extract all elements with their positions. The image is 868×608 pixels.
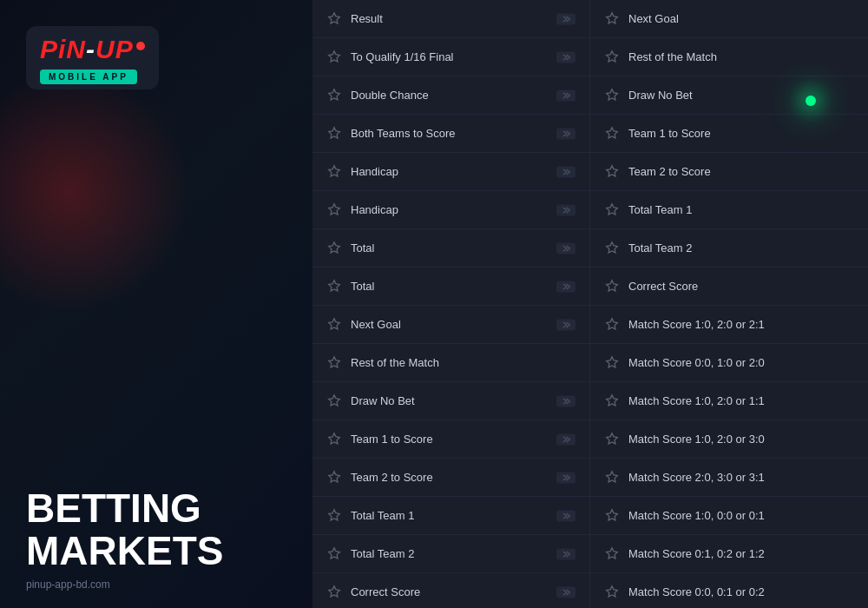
market-label: Total	[351, 241, 549, 254]
star-icon	[326, 355, 342, 371]
star-icon	[604, 241, 620, 256]
right-market-row[interactable]: Draw No Bet	[590, 76, 868, 115]
right-market-row[interactable]: Match Score 1:0, 0:0 or 0:1	[590, 497, 868, 535]
market-label: Next Goal	[628, 12, 854, 25]
market-label: Match Score 1:0, 2:0 or 3:0	[628, 433, 854, 446]
right-market-row[interactable]: Match Score 2:0, 3:0 or 3:1	[590, 459, 868, 497]
arrow-icon	[556, 165, 575, 179]
arrow-icon	[556, 280, 575, 294]
market-label: Handicap	[351, 203, 549, 216]
star-icon	[326, 585, 342, 600]
mobile-app-badge: MOBILE APP	[40, 69, 137, 84]
star-icon	[326, 88, 342, 103]
market-label: Handicap	[351, 165, 549, 178]
arrow-icon	[556, 433, 575, 446]
middle-market-row[interactable]: Team 1 to Score	[312, 420, 589, 459]
middle-market-row[interactable]: Total	[312, 268, 589, 306]
right-market-row[interactable]: Match Score 1:0, 2:0 or 3:0	[590, 420, 868, 459]
middle-market-row[interactable]: Total Team 1	[312, 497, 589, 535]
middle-market-row[interactable]: Result	[312, 0, 589, 38]
star-icon	[604, 279, 620, 294]
star-icon	[326, 432, 342, 447]
star-icon	[326, 470, 342, 486]
star-icon	[604, 508, 620, 524]
middle-market-row[interactable]: Both Teams to Score	[312, 115, 589, 153]
right-market-row[interactable]: Team 2 to Score	[590, 153, 868, 191]
middle-market-row[interactable]: To Qualify 1/16 Final	[312, 38, 589, 76]
market-label: Rest of the Match	[351, 356, 575, 369]
right-market-row[interactable]: Match Score 0:0, 1:0 or 2:0	[590, 344, 868, 382]
market-label: Team 2 to Score	[351, 471, 549, 484]
middle-market-row[interactable]: Rest of the Match	[312, 344, 589, 382]
star-icon	[326, 50, 342, 65]
star-icon	[326, 164, 342, 180]
market-label: Team 2 to Score	[628, 165, 854, 178]
logo-dot-icon	[136, 42, 145, 50]
star-icon	[604, 50, 620, 65]
betting-markets-section: BETTING MARKETS pinup-app-bd.com	[26, 487, 286, 591]
middle-market-row[interactable]: Double Chance	[312, 76, 589, 115]
right-market-row[interactable]: Total Team 2	[590, 229, 868, 268]
star-icon	[604, 432, 620, 447]
middle-market-row[interactable]: Handicap	[312, 153, 589, 191]
arrow-icon	[556, 509, 575, 523]
market-label: Total Team 2	[351, 547, 549, 560]
arrow-icon	[556, 394, 575, 408]
star-icon	[326, 279, 342, 294]
market-label: Total	[351, 280, 549, 293]
website-url: pinup-app-bd.com	[26, 578, 286, 591]
right-market-row[interactable]: Match Score 0:0, 0:1 or 0:2	[590, 573, 868, 608]
market-label: Match Score 0:0, 0:1 or 0:2	[628, 585, 854, 598]
market-label: Result	[351, 12, 549, 25]
market-label: Total Team 2	[628, 241, 854, 254]
middle-market-row[interactable]: Correct Score	[312, 573, 589, 608]
main-content: Result To Qualify 1/16 Final Double Chan…	[312, 0, 868, 608]
star-icon	[326, 393, 342, 409]
market-label: Correct Score	[351, 585, 549, 598]
sidebar: PiN-UP MOBILE APP BETTING MARKETS pinup-…	[0, 0, 312, 608]
market-label: Match Score 1:0, 2:0 or 1:1	[628, 394, 854, 407]
middle-market-row[interactable]: Next Goal	[312, 306, 589, 344]
market-label: Team 1 to Score	[628, 127, 854, 140]
star-icon	[604, 470, 620, 486]
middle-market-row[interactable]: Handicap	[312, 191, 589, 229]
star-icon	[604, 126, 620, 142]
right-market-row[interactable]: Next Goal	[590, 0, 868, 38]
market-label: Draw No Bet	[628, 89, 854, 102]
market-label: Double Chance	[351, 89, 549, 102]
market-label: Total Team 1	[628, 203, 854, 216]
logo-container: PiN-UP MOBILE APP	[26, 26, 286, 89]
middle-column: Result To Qualify 1/16 Final Double Chan…	[312, 0, 590, 608]
middle-market-row[interactable]: Team 2 to Score	[312, 459, 589, 497]
middle-market-row[interactable]: Total	[312, 229, 589, 268]
star-icon	[326, 126, 342, 142]
market-label: Correct Score	[628, 280, 854, 293]
arrow-icon	[556, 241, 575, 255]
middle-market-row[interactable]: Total Team 2	[312, 535, 589, 573]
arrow-icon	[556, 318, 575, 332]
star-icon	[326, 202, 342, 218]
right-market-row[interactable]: Match Score 1:0, 2:0 or 1:1	[590, 382, 868, 420]
right-market-row[interactable]: Match Score 1:0, 2:0 or 2:1	[590, 306, 868, 344]
star-icon	[604, 393, 620, 409]
arrow-icon	[556, 127, 575, 141]
market-label: Team 1 to Score	[351, 433, 549, 446]
market-label: Match Score 0:1, 0:2 or 1:2	[628, 547, 854, 560]
star-icon	[326, 11, 342, 27]
right-market-row[interactable]: Total Team 1	[590, 191, 868, 229]
market-label: Draw No Bet	[351, 394, 549, 407]
arrow-icon	[556, 89, 575, 102]
star-icon	[604, 164, 620, 180]
market-label: Match Score 2:0, 3:0 or 3:1	[628, 471, 854, 484]
right-market-row[interactable]: Match Score 0:1, 0:2 or 1:2	[590, 535, 868, 573]
right-market-row[interactable]: Team 1 to Score	[590, 115, 868, 153]
logo-box: PiN-UP MOBILE APP	[26, 26, 159, 89]
star-icon	[604, 355, 620, 371]
star-icon	[326, 546, 342, 562]
middle-market-row[interactable]: Draw No Bet	[312, 382, 589, 420]
arrow-icon	[556, 471, 575, 485]
arrow-icon	[556, 585, 575, 599]
right-market-row[interactable]: Rest of the Match	[590, 38, 868, 76]
right-column: Next Goal Rest of the Match Draw No Bet …	[590, 0, 868, 608]
right-market-row[interactable]: Correct Score	[590, 268, 868, 306]
